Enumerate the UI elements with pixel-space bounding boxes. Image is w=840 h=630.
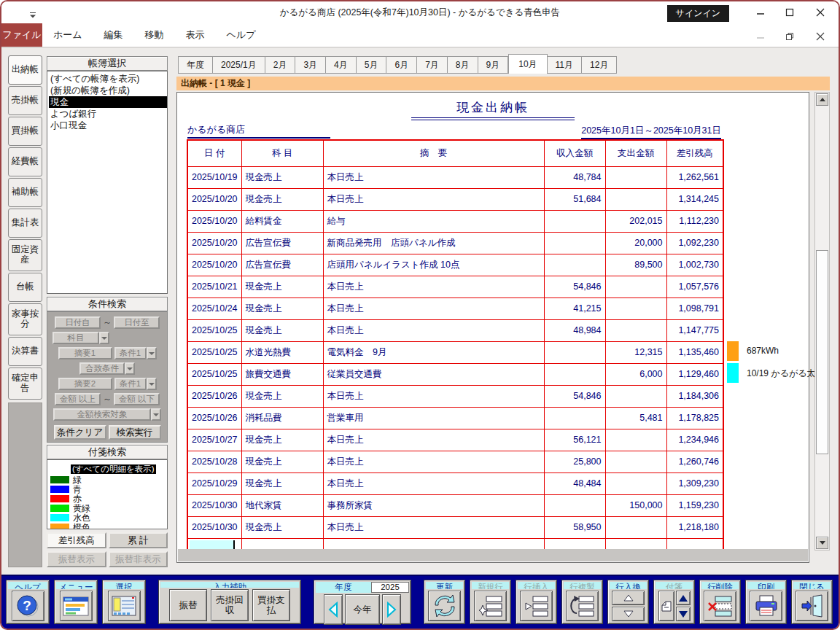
tag-down-button[interactable] [676,607,691,621]
cell-expense[interactable] [605,385,666,407]
month-tab[interactable]: 2月 [265,56,296,74]
tag-color-item[interactable]: 橙色 [47,522,167,529]
duplicate-row-button[interactable] [566,591,599,621]
cell-memo[interactable]: 本日売上 [323,166,544,188]
cumulative-button[interactable]: 累 計 [109,532,168,548]
maximize-button[interactable] [779,4,801,20]
month-tab[interactable]: 9月 [478,56,509,74]
cell-account[interactable]: 現金売上 [241,516,323,538]
menu-item[interactable]: 移動 [134,23,175,47]
sidebar-module-tab[interactable]: 固定資産 [8,239,42,271]
cell-account[interactable]: 地代家賃 [241,494,323,516]
cell-income[interactable]: 56,121 [544,429,605,451]
cell-income[interactable]: 48,484 [544,472,605,494]
memo2-cond-combo[interactable]: 条件1 [114,378,157,390]
cell-expense[interactable] [605,188,666,210]
cell-memo[interactable]: 本日売上 [323,276,544,298]
cell-date[interactable]: 2025/10/20 [187,232,241,254]
cell-date[interactable]: 2025/10/26 [187,407,241,429]
cell-balance[interactable]: 1,309,230 [666,472,723,494]
cell-date[interactable]: 2025/10/25 [187,341,241,363]
cell-account[interactable]: 現金売上 [241,472,323,494]
cell-expense[interactable] [605,429,666,451]
menu-button[interactable] [60,591,93,621]
cell-expense[interactable]: 5,481 [605,407,666,429]
date-from-input[interactable]: 日付自 [55,316,101,329]
cell-account[interactable]: 現金売上 [241,451,323,472]
cell-balance[interactable]: 1,092,230 [666,232,723,254]
tag-color-item[interactable]: 緑 [47,475,167,484]
cell-memo[interactable]: 従業員交通費 [323,363,544,385]
menu-close-button[interactable] [809,29,831,44]
cell-income[interactable]: 54,846 [544,276,605,298]
cell-income[interactable]: 51,684 [544,188,605,210]
cell-memo[interactable]: 営業車用 [323,407,544,429]
cell-expense[interactable] [605,298,666,319]
payable-pay-button[interactable]: 買掛支払 [252,589,290,621]
vertical-scrollbar[interactable] [814,92,830,551]
minimize-button[interactable] [750,4,771,20]
cell-memo[interactable]: 店頭用パネルイラスト作成 10点 [323,254,544,276]
sticky-note-cyan[interactable] [727,363,739,383]
cell-balance[interactable]: 1,159,230 [666,494,723,516]
sidebar-module-tab[interactable]: 買掛帳 [8,117,42,146]
cell-memo[interactable]: 本日売上 [323,188,544,210]
month-tab[interactable]: 6月 [386,56,417,74]
cell-memo[interactable]: 本日売上 [323,472,544,494]
amount-target-combo[interactable]: 金額検索対象 [53,408,161,421]
cell-date[interactable]: 2025/10/27 [187,429,241,451]
month-tab[interactable]: 5月 [357,56,387,74]
ledger-list-item[interactable]: (すべての帳簿を表示) [49,73,167,85]
cell-date[interactable]: 2025/10/28 [187,451,241,472]
transfer-hide-button[interactable]: 振替非表示 [109,551,168,567]
this-year-button[interactable]: 今年 [345,594,380,625]
ledger-list-item[interactable]: 現金 [49,96,167,108]
cell-income[interactable] [544,494,605,516]
month-tab[interactable]: 11月 [548,56,582,74]
cell-income[interactable]: 25,800 [544,451,605,472]
scrollbar-thumb[interactable] [816,250,828,454]
new-row-button[interactable] [474,591,507,621]
tag-show-all-item[interactable]: (すべての明細を表示) [71,464,156,474]
close-window-button[interactable] [796,591,828,621]
month-tab[interactable]: 12月 [582,56,617,74]
select-button[interactable] [108,591,141,621]
row-up-button[interactable] [612,591,645,605]
sticky-note-orange[interactable] [727,341,739,361]
cell-account[interactable]: 広告宣伝費 [241,254,323,276]
receivable-collect-button[interactable]: 売掛回収 [211,589,249,621]
date-to-input[interactable]: 日付至 [114,316,160,329]
tag-color-item[interactable]: 青 [47,484,167,494]
condition-clear-button[interactable]: 条件クリア [54,425,106,440]
amount-min-input[interactable]: 金額 以上 [55,393,101,405]
cell-memo[interactable]: 本日売上 [323,319,544,341]
cell-memo[interactable]: 本日売上 [323,385,544,407]
sidebar-module-tab[interactable]: 補助帳 [8,178,42,207]
sidebar-module-tab[interactable]: 出納帳 [8,55,42,85]
cell-expense[interactable] [605,472,666,494]
amount-max-input[interactable]: 金額 以下 [114,393,160,405]
cell-date[interactable]: 2025/10/30 [187,494,241,516]
cell-account[interactable]: 消耗品費 [241,407,323,429]
row-down-button[interactable] [612,607,645,621]
ledger-list-item[interactable]: (新規の帳簿を作成) [49,85,167,96]
cell-memo[interactable]: 給与 [323,210,544,232]
cell-account[interactable]: 現金売上 [241,319,323,341]
cell-account[interactable]: 現金売上 [241,385,323,407]
ledger-list-item[interactable]: 小口現金 [49,120,167,131]
cell-account[interactable]: 現金売上 [241,298,323,319]
cell-balance[interactable]: 1,184,306 [666,385,723,407]
memo1-cond-combo[interactable]: 条件1 [114,347,157,359]
cell-account[interactable]: 現金売上 [241,429,323,451]
cell-expense[interactable] [605,319,666,341]
cell-date[interactable]: 2025/10/20 [187,188,241,210]
cell-memo[interactable]: 電気料金 9月 [323,341,544,363]
cell-income[interactable] [544,254,605,276]
cell-date[interactable]: 2025/10/20 [187,210,241,232]
cell-account[interactable]: 旅費交通費 [241,363,323,385]
cell-account[interactable]: 水道光熱費 [241,341,323,363]
sidebar-module-tab[interactable]: 売掛帳 [8,86,42,115]
sidebar-module-tab[interactable]: 確定申告 [8,368,42,400]
ledger-list-item[interactable]: よつば銀行 [49,108,167,120]
cell-expense[interactable]: 6,000 [605,363,666,385]
